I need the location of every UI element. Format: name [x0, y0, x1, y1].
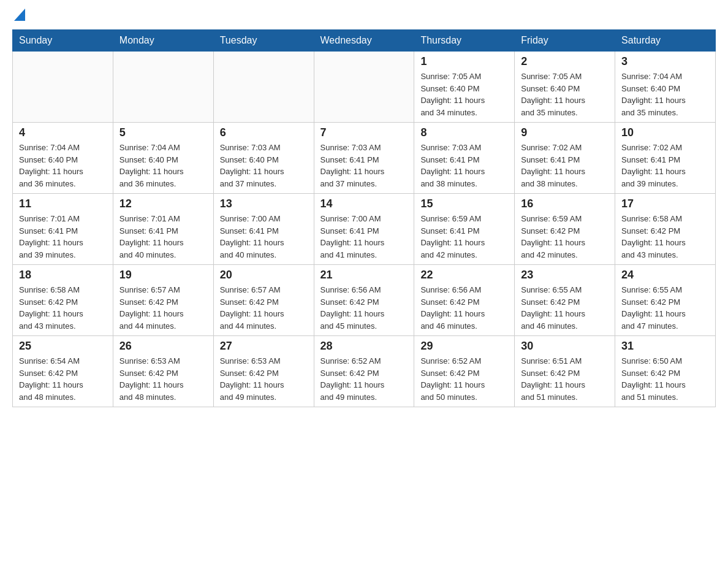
calendar-cell: 27Sunrise: 6:53 AMSunset: 6:42 PMDayligh… — [213, 336, 314, 407]
calendar-cell: 24Sunrise: 6:55 AMSunset: 6:42 PMDayligh… — [615, 265, 716, 336]
logo-triangle-icon — [14, 9, 25, 21]
day-info: Sunrise: 6:53 AMSunset: 6:42 PMDaylight:… — [119, 355, 207, 403]
day-info: Sunrise: 6:59 AMSunset: 6:42 PMDaylight:… — [521, 213, 609, 261]
day-info: Sunrise: 6:58 AMSunset: 6:42 PMDaylight:… — [19, 284, 107, 332]
day-number: 22 — [420, 269, 508, 282]
day-info: Sunrise: 7:00 AMSunset: 6:41 PMDaylight:… — [320, 213, 408, 261]
weekday-header-monday: Monday — [113, 30, 213, 52]
calendar-cell: 1Sunrise: 7:05 AMSunset: 6:40 PMDaylight… — [414, 52, 515, 123]
day-number: 29 — [420, 340, 508, 353]
calendar-cell: 30Sunrise: 6:51 AMSunset: 6:42 PMDayligh… — [515, 336, 615, 407]
day-info: Sunrise: 6:59 AMSunset: 6:41 PMDaylight:… — [420, 213, 508, 261]
day-number: 11 — [19, 197, 107, 210]
day-number: 17 — [621, 197, 709, 210]
day-info: Sunrise: 6:53 AMSunset: 6:42 PMDaylight:… — [220, 355, 308, 403]
day-info: Sunrise: 6:52 AMSunset: 6:42 PMDaylight:… — [320, 355, 408, 403]
day-number: 25 — [19, 340, 107, 353]
day-number: 15 — [420, 197, 508, 210]
calendar-cell: 22Sunrise: 6:56 AMSunset: 6:42 PMDayligh… — [414, 265, 515, 336]
day-info: Sunrise: 6:58 AMSunset: 6:42 PMDaylight:… — [621, 213, 709, 261]
day-number: 24 — [621, 269, 709, 282]
calendar-cell: 11Sunrise: 7:01 AMSunset: 6:41 PMDayligh… — [13, 194, 113, 265]
day-info: Sunrise: 6:55 AMSunset: 6:42 PMDaylight:… — [521, 284, 609, 332]
day-info: Sunrise: 7:01 AMSunset: 6:41 PMDaylight:… — [119, 213, 207, 261]
day-info: Sunrise: 6:55 AMSunset: 6:42 PMDaylight:… — [621, 284, 709, 332]
day-info: Sunrise: 6:56 AMSunset: 6:42 PMDaylight:… — [420, 284, 508, 332]
calendar-cell: 31Sunrise: 6:50 AMSunset: 6:42 PMDayligh… — [615, 336, 716, 407]
day-number: 7 — [320, 126, 408, 139]
page-header — [12, 12, 716, 20]
calendar-cell: 6Sunrise: 7:03 AMSunset: 6:40 PMDaylight… — [213, 123, 314, 194]
calendar-cell: 15Sunrise: 6:59 AMSunset: 6:41 PMDayligh… — [414, 194, 515, 265]
day-info: Sunrise: 6:56 AMSunset: 6:42 PMDaylight:… — [320, 284, 408, 332]
calendar-cell: 2Sunrise: 7:05 AMSunset: 6:40 PMDaylight… — [515, 52, 615, 123]
day-info: Sunrise: 6:57 AMSunset: 6:42 PMDaylight:… — [119, 284, 207, 332]
calendar-cell — [213, 52, 314, 123]
day-info: Sunrise: 7:01 AMSunset: 6:41 PMDaylight:… — [19, 213, 107, 261]
day-number: 31 — [621, 340, 709, 353]
week-row-4: 18Sunrise: 6:58 AMSunset: 6:42 PMDayligh… — [13, 265, 716, 336]
day-info: Sunrise: 7:03 AMSunset: 6:41 PMDaylight:… — [420, 142, 508, 190]
day-number: 10 — [621, 126, 709, 139]
day-number: 12 — [119, 197, 207, 210]
calendar-cell: 16Sunrise: 6:59 AMSunset: 6:42 PMDayligh… — [515, 194, 615, 265]
logo — [12, 12, 25, 20]
day-number: 4 — [19, 126, 107, 139]
day-info: Sunrise: 7:04 AMSunset: 6:40 PMDaylight:… — [621, 71, 709, 118]
weekday-header-wednesday: Wednesday — [314, 30, 414, 52]
day-info: Sunrise: 6:51 AMSunset: 6:42 PMDaylight:… — [521, 355, 609, 403]
day-number: 13 — [220, 197, 308, 210]
day-number: 23 — [521, 269, 609, 282]
calendar-cell — [113, 52, 213, 123]
day-info: Sunrise: 7:00 AMSunset: 6:41 PMDaylight:… — [220, 213, 308, 261]
day-info: Sunrise: 7:02 AMSunset: 6:41 PMDaylight:… — [621, 142, 709, 190]
calendar-cell: 20Sunrise: 6:57 AMSunset: 6:42 PMDayligh… — [213, 265, 314, 336]
day-number: 28 — [320, 340, 408, 353]
calendar-cell: 17Sunrise: 6:58 AMSunset: 6:42 PMDayligh… — [615, 194, 716, 265]
calendar-cell — [314, 52, 414, 123]
day-number: 21 — [320, 269, 408, 282]
day-info: Sunrise: 7:05 AMSunset: 6:40 PMDaylight:… — [521, 71, 609, 118]
day-number: 18 — [19, 269, 107, 282]
day-info: Sunrise: 6:50 AMSunset: 6:42 PMDaylight:… — [621, 355, 709, 403]
calendar-cell: 5Sunrise: 7:04 AMSunset: 6:40 PMDaylight… — [113, 123, 213, 194]
day-number: 30 — [521, 340, 609, 353]
day-number: 1 — [420, 55, 508, 68]
day-info: Sunrise: 7:04 AMSunset: 6:40 PMDaylight:… — [19, 142, 107, 190]
calendar-cell: 12Sunrise: 7:01 AMSunset: 6:41 PMDayligh… — [113, 194, 213, 265]
calendar-cell: 4Sunrise: 7:04 AMSunset: 6:40 PMDaylight… — [13, 123, 113, 194]
day-number: 16 — [521, 197, 609, 210]
day-number: 27 — [220, 340, 308, 353]
day-info: Sunrise: 7:03 AMSunset: 6:40 PMDaylight:… — [220, 142, 308, 190]
day-info: Sunrise: 6:54 AMSunset: 6:42 PMDaylight:… — [19, 355, 107, 403]
day-number: 3 — [621, 55, 709, 68]
week-row-1: 1Sunrise: 7:05 AMSunset: 6:40 PMDaylight… — [13, 52, 716, 123]
weekday-header-thursday: Thursday — [414, 30, 515, 52]
calendar-cell: 9Sunrise: 7:02 AMSunset: 6:41 PMDaylight… — [515, 123, 615, 194]
calendar-cell: 7Sunrise: 7:03 AMSunset: 6:41 PMDaylight… — [314, 123, 414, 194]
calendar-cell: 26Sunrise: 6:53 AMSunset: 6:42 PMDayligh… — [113, 336, 213, 407]
day-info: Sunrise: 7:02 AMSunset: 6:41 PMDaylight:… — [521, 142, 609, 190]
weekday-header-friday: Friday — [515, 30, 615, 52]
day-number: 19 — [119, 269, 207, 282]
calendar-cell: 14Sunrise: 7:00 AMSunset: 6:41 PMDayligh… — [314, 194, 414, 265]
day-number: 9 — [521, 126, 609, 139]
week-row-2: 4Sunrise: 7:04 AMSunset: 6:40 PMDaylight… — [13, 123, 716, 194]
day-number: 26 — [119, 340, 207, 353]
weekday-header-saturday: Saturday — [615, 30, 716, 52]
calendar-cell: 19Sunrise: 6:57 AMSunset: 6:42 PMDayligh… — [113, 265, 213, 336]
calendar-cell: 23Sunrise: 6:55 AMSunset: 6:42 PMDayligh… — [515, 265, 615, 336]
day-number: 6 — [220, 126, 308, 139]
week-row-3: 11Sunrise: 7:01 AMSunset: 6:41 PMDayligh… — [13, 194, 716, 265]
day-number: 14 — [320, 197, 408, 210]
day-info: Sunrise: 6:52 AMSunset: 6:42 PMDaylight:… — [420, 355, 508, 403]
weekday-header-row: SundayMondayTuesdayWednesdayThursdayFrid… — [13, 30, 716, 52]
calendar-cell: 29Sunrise: 6:52 AMSunset: 6:42 PMDayligh… — [414, 336, 515, 407]
calendar-cell: 28Sunrise: 6:52 AMSunset: 6:42 PMDayligh… — [314, 336, 414, 407]
svg-marker-0 — [14, 9, 25, 21]
calendar-cell — [13, 52, 113, 123]
day-info: Sunrise: 6:57 AMSunset: 6:42 PMDaylight:… — [220, 284, 308, 332]
calendar-cell: 3Sunrise: 7:04 AMSunset: 6:40 PMDaylight… — [615, 52, 716, 123]
calendar-cell: 8Sunrise: 7:03 AMSunset: 6:41 PMDaylight… — [414, 123, 515, 194]
calendar-cell: 13Sunrise: 7:00 AMSunset: 6:41 PMDayligh… — [213, 194, 314, 265]
